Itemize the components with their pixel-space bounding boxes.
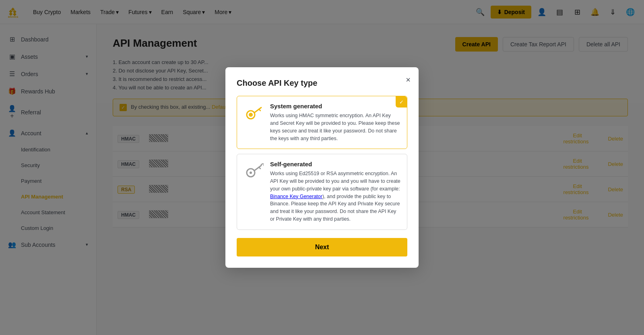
modal-dialog: Choose API Key type × ✓ System generated… <box>225 67 419 267</box>
selected-check: ✓ <box>396 96 407 108</box>
modal-overlay[interactable]: Choose API Key type × ✓ System generated… <box>0 0 644 335</box>
svg-point-6 <box>250 114 252 116</box>
svg-line-5 <box>259 109 260 111</box>
self-key-icon <box>244 161 264 182</box>
system-generated-content: System generated Works using HMAC symmet… <box>270 103 400 142</box>
self-generated-option[interactable]: ✓ Self-generated Works using Ed25519 or … <box>237 154 407 230</box>
system-key-icon <box>244 103 264 124</box>
modal-close-button[interactable]: × <box>406 75 411 85</box>
self-generated-desc: Works using Ed25519 or RSA asymmetric en… <box>270 170 400 223</box>
binance-key-generator-link[interactable]: Binance Key Generator <box>270 194 322 199</box>
self-generated-content: Self-generated Works using Ed25519 or RS… <box>270 161 400 223</box>
system-generated-desc: Works using HMAC symmetric encryption. A… <box>270 112 400 142</box>
system-generated-title: System generated <box>270 103 400 110</box>
svg-point-8 <box>250 172 252 174</box>
self-generated-title: Self-generated <box>270 161 400 168</box>
svg-line-10 <box>259 167 260 169</box>
modal-title: Choose API Key type <box>237 79 407 88</box>
next-button[interactable]: Next <box>237 238 407 256</box>
system-generated-option[interactable]: ✓ System generated Works using HMAC symm… <box>237 96 407 149</box>
